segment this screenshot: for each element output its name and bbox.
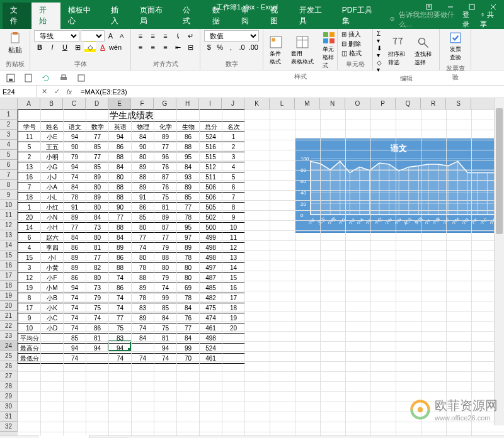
cell[interactable]: 18 [18,193,41,203]
print-icon[interactable] [57,72,71,84]
cell[interactable]: 88 [154,253,177,263]
col-header-B[interactable]: B [40,98,63,109]
cell[interactable]: 94 [64,162,86,172]
cell[interactable]: 小I [41,253,64,263]
row-header[interactable]: 6 [0,160,18,170]
cell[interactable]: 12 [18,273,41,283]
row-header[interactable]: 15 [0,250,18,261]
col-header-A[interactable]: A [18,98,40,109]
font-name-select[interactable]: 等线 [34,30,79,42]
cell[interactable]: 3 [18,263,41,273]
font-size-select[interactable]: 11 [81,30,105,42]
cell[interactable]: 76 [177,313,200,323]
row-header[interactable]: 17 [0,271,18,281]
cell[interactable]: 11 [18,132,41,142]
cell[interactable]: 80 [109,172,132,182]
fx-icon[interactable]: fx [64,87,74,97]
cell[interactable]: 77 [132,233,154,243]
cell[interactable]: 2 [222,142,245,152]
cell[interactable]: 74 [86,313,109,323]
col-header-F[interactable]: F [131,98,154,109]
cell[interactable]: 89 [86,172,109,182]
row-header[interactable]: 27 [0,371,18,381]
cell[interactable]: 97 [177,233,200,243]
autosum-button[interactable]: Σ ▾ [377,30,383,44]
row-header[interactable]: 5 [0,150,18,160]
tab-review[interactable]: 审阅 [234,3,263,29]
qat-item-icon[interactable] [74,72,88,84]
cell[interactable]: 84 [132,334,154,344]
cell[interactable]: 87 [154,172,177,182]
cell[interactable]: 497 [200,263,222,273]
cell[interactable]: 93 [177,172,200,182]
cell[interactable]: 84 [109,233,132,243]
cell[interactable]: 小A [41,182,64,193]
cell[interactable]: 小C [41,313,64,323]
cell[interactable]: 小B [41,293,64,303]
cell[interactable]: 84 [109,162,132,172]
cell[interactable]: 13 [18,162,41,172]
cell[interactable]: 9 [222,213,245,223]
cell[interactable]: 85 [64,334,86,344]
sort-filter-button[interactable]: 排序和筛选 [386,35,409,68]
cell[interactable]: 482 [200,293,222,303]
align-left-icon[interactable]: ≡ [135,42,146,53]
cell[interactable]: 94 [86,344,109,354]
col-header-K[interactable]: K [244,98,270,109]
cell[interactable]: 84 [177,334,200,344]
cell[interactable]: 李四 [41,243,64,253]
col-header-I[interactable]: I [199,98,222,109]
row-header[interactable]: 22 [0,321,18,331]
vertical-scrollbar[interactable] [494,98,504,425]
cell[interactable]: 77 [109,213,132,223]
cell[interactable]: 487 [200,273,222,283]
cell[interactable]: 小红 [41,203,64,213]
row-header[interactable]: 9 [0,190,18,200]
cell[interactable]: 赵六 [41,233,64,243]
cell[interactable]: 13 [222,253,245,263]
cell[interactable]: 95 [177,223,200,233]
cell[interactable]: 91 [132,193,154,203]
wrap-text-icon[interactable]: ↵ [185,30,196,42]
login-link[interactable]: 登录 [462,10,475,29]
cell[interactable]: 84 [177,162,200,172]
cell[interactable]: 平均分 [18,334,41,344]
cell[interactable]: 74 [132,354,154,364]
save-icon[interactable] [4,72,18,84]
tab-insert[interactable]: 插入 [103,3,132,29]
cell[interactable]: 90 [64,142,86,152]
cell[interactable]: 78 [132,293,154,303]
cell[interactable]: 516 [200,142,222,152]
cell[interactable]: 461 [200,354,222,364]
cell[interactable]: 16 [222,283,245,293]
cell[interactable]: 78 [177,213,200,223]
cell[interactable]: 85 [86,162,109,172]
cell[interactable]: 94 [64,132,86,142]
cell[interactable]: 89 [86,193,109,203]
row-header[interactable]: 29 [0,391,18,402]
cell[interactable]: 74 [154,354,177,364]
cell[interactable]: 小N [41,213,64,223]
select-all-corner[interactable] [0,98,18,109]
scrollbar-thumb[interactable] [496,108,503,234]
cell[interactable]: 99 [177,344,200,354]
cell[interactable]: 10 [222,223,245,233]
cell[interactable]: 7 [18,182,41,193]
cell[interactable]: 89 [132,182,154,193]
cell[interactable]: 79 [154,243,177,253]
col-header-C[interactable]: C [63,98,86,109]
cell[interactable]: 75 [154,193,177,203]
cell[interactable]: 79 [86,293,109,303]
row-header[interactable]: 7 [0,170,18,180]
cell[interactable]: 87 [154,223,177,233]
tell-me-search[interactable]: 告诉我您想要做什么… [389,10,462,29]
invoice-check-button[interactable]: 发票 查验 [444,30,467,63]
cell[interactable]: 89 [132,283,154,293]
cell[interactable] [41,344,64,354]
cell[interactable] [132,344,154,354]
cell[interactable]: 小K [41,303,64,313]
currency-icon[interactable]: $ [204,42,214,53]
cell[interactable]: 86 [177,132,200,142]
cell[interactable]: 小L [41,193,64,203]
cell[interactable]: 15 [18,253,41,263]
